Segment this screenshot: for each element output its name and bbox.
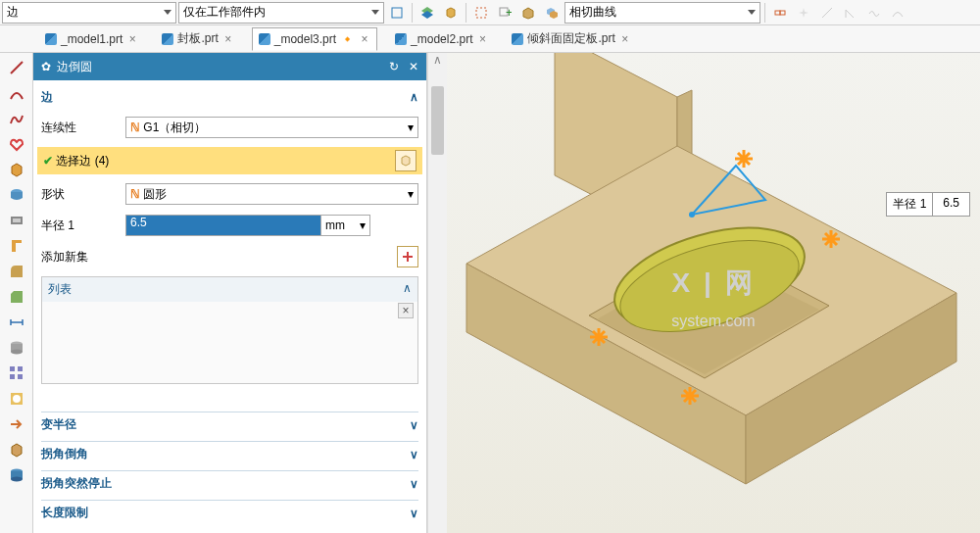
extrude-tool-icon[interactable]: [6, 159, 27, 180]
close-icon[interactable]: ×: [126, 33, 138, 45]
chevron-down-icon: ∨: [410, 418, 418, 432]
toolbar-cube-icon[interactable]: [440, 2, 462, 24]
section-var-radius[interactable]: 变半径 ∨: [41, 412, 418, 437]
cylinder-tool-icon[interactable]: [6, 337, 27, 359]
separator: [412, 3, 413, 23]
sweep-tool-icon[interactable]: [6, 235, 27, 257]
svg-point-16: [13, 395, 21, 403]
tab-model1[interactable]: _model1.prt ×: [39, 28, 144, 50]
toolbar-icon-1[interactable]: [386, 2, 408, 24]
toolbar-block-icon[interactable]: [517, 2, 539, 24]
toolbar-select-icon[interactable]: [470, 2, 492, 24]
scrollbar-thumb[interactable]: [431, 86, 444, 155]
section-label: 边: [41, 89, 53, 106]
tab-label: 封板.prt: [177, 30, 218, 47]
close-icon[interactable]: ×: [476, 33, 488, 45]
close-icon[interactable]: ×: [359, 33, 370, 45]
radius-input[interactable]: 6.5: [125, 215, 321, 236]
spline-tool-icon[interactable]: [6, 108, 27, 129]
chevron-down-icon: ∨: [410, 477, 418, 491]
blend-tool-icon[interactable]: [6, 388, 27, 410]
tab-model3[interactable]: _model3.prt 🔸 ×: [252, 27, 377, 51]
panel-scrollbar[interactable]: ∧: [427, 53, 447, 533]
main-area: ✿ 边倒圆 ↻ ✕ 边 ∧ 连续性 ℕ G1（相切） ▾: [0, 53, 980, 533]
chevron-up-icon: ∧: [410, 90, 418, 104]
chevron-down-icon: [748, 10, 756, 15]
curve-filter-value: 相切曲线: [569, 4, 616, 21]
chevron-down-icon: ∨: [410, 507, 418, 520]
curve-filter-dropdown[interactable]: 相切曲线: [564, 2, 760, 24]
edge-blend-panel: ✿ 边倒圆 ↻ ✕ 边 ∧ 连续性 ℕ G1（相切） ▾: [33, 53, 427, 533]
tab-fengban[interactable]: 封板.prt ×: [156, 26, 239, 51]
slot-tool-icon[interactable]: [6, 210, 27, 231]
continuity-value: G1（相切）: [143, 121, 206, 134]
toolbar-wave-icon[interactable]: [863, 2, 885, 24]
3d-viewport[interactable]: X | 网 system.com 半径 1 6.5: [447, 53, 980, 533]
revolve-tool-icon[interactable]: [6, 184, 27, 206]
arrow-tool-icon[interactable]: [6, 413, 27, 435]
close-icon[interactable]: ×: [222, 33, 234, 45]
chevron-up-icon: ∧: [428, 53, 447, 69]
section-edge[interactable]: 边 ∧: [41, 84, 418, 110]
row-select-edge[interactable]: ✔ 选择边 (4): [37, 147, 422, 174]
arc-tool-icon[interactable]: [6, 82, 27, 104]
toolbar-curve-icon[interactable]: [887, 2, 908, 24]
box-tool-icon[interactable]: [6, 439, 27, 460]
shape-value: 圆形: [143, 187, 167, 201]
close-icon[interactable]: ✕: [409, 60, 418, 73]
shape-dropdown[interactable]: ℕ 圆形 ▾: [125, 183, 418, 205]
svg-point-11: [11, 350, 23, 355]
section-label: 长度限制: [41, 505, 88, 521]
select-body-button[interactable]: [395, 150, 416, 171]
gear-icon[interactable]: ✿: [41, 60, 51, 73]
toolbar-angle-icon[interactable]: [840, 2, 861, 24]
svg-rect-12: [10, 366, 15, 371]
separator: [764, 3, 765, 23]
section-corner-chamfer[interactable]: 拐角倒角 ∨: [41, 441, 418, 466]
pattern-tool-icon[interactable]: [6, 363, 27, 384]
svg-point-19: [11, 477, 23, 482]
list-delete-button[interactable]: ×: [398, 303, 414, 318]
left-toolbar: [0, 53, 33, 533]
callout-value[interactable]: 6.5: [933, 193, 969, 216]
section-corner-stop[interactable]: 拐角突然停止 ∨: [41, 470, 418, 496]
radius-unit-dropdown[interactable]: mm ▾: [321, 215, 370, 236]
continuity-dropdown[interactable]: ℕ G1（相切） ▾: [125, 117, 418, 138]
chevron-down-icon: ▾: [408, 187, 414, 201]
filter-scope-dropdown[interactable]: 仅在工作部件内: [178, 2, 384, 24]
toolbar-line-icon[interactable]: [816, 2, 838, 24]
cylinder2-tool-icon[interactable]: [6, 464, 27, 486]
svg-rect-5: [780, 11, 785, 15]
svg-rect-1: [476, 8, 486, 18]
section-label: 拐角突然停止: [41, 475, 112, 492]
filter-scope-value: 仅在工作部件内: [183, 4, 266, 21]
section-length-limit[interactable]: 长度限制 ∨: [41, 500, 418, 525]
tab-qingxie[interactable]: 倾斜面固定板.prt ×: [506, 26, 636, 51]
shape-label: 形状: [41, 186, 120, 203]
edge-blend-tool-icon[interactable]: [6, 261, 27, 282]
toolbar-blocks-icon[interactable]: [541, 2, 563, 24]
svg-text:+: +: [506, 6, 512, 20]
watermark-sub: system.com: [671, 313, 755, 330]
part-icon: [395, 33, 407, 45]
row-newset: 添加新集: [41, 243, 418, 270]
heart-tool-icon[interactable]: [6, 133, 27, 155]
close-icon[interactable]: ×: [619, 33, 631, 45]
chevron-down-icon: [371, 10, 379, 15]
line-tool-icon[interactable]: [6, 57, 27, 78]
row-radius: 半径 1 6.5 mm ▾: [41, 212, 418, 239]
toolbar-link-icon[interactable]: [769, 2, 791, 24]
refresh-icon[interactable]: ↻: [389, 60, 399, 73]
measure-tool-icon[interactable]: [6, 312, 27, 333]
filter-type-dropdown[interactable]: 边: [2, 2, 176, 24]
toolbar-add-icon[interactable]: +: [494, 2, 515, 24]
toolbar-layer-icon[interactable]: [416, 2, 438, 24]
radius-callout[interactable]: 半径 1 6.5: [886, 192, 970, 217]
top-toolbar: 边 仅在工作部件内 + 相切曲线: [0, 0, 980, 25]
part-icon: [162, 33, 173, 45]
tab-model2[interactable]: _model2.prt ×: [389, 28, 494, 50]
chamfer-tool-icon[interactable]: [6, 286, 27, 308]
add-set-button[interactable]: [397, 246, 418, 267]
list-header[interactable]: 列表 ∧: [42, 277, 417, 302]
toolbar-spark-icon[interactable]: [793, 2, 814, 24]
